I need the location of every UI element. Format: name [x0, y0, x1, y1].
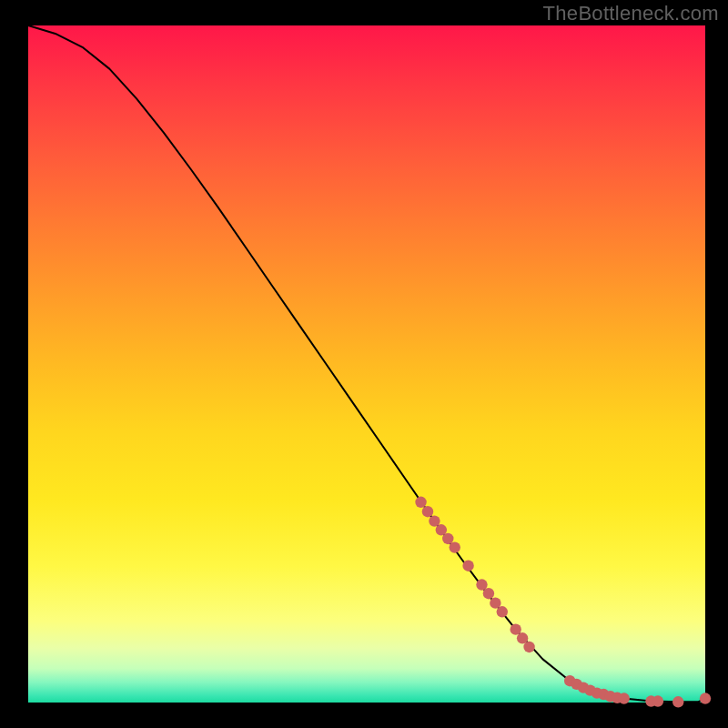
marker-dot: [652, 695, 663, 706]
marker-dot: [450, 541, 460, 552]
marker-dot: [523, 642, 534, 652]
marker-dot: [462, 561, 473, 571]
marker-dot: [422, 506, 433, 517]
chart-overlay: [28, 25, 705, 703]
plot-area: [28, 25, 705, 703]
marker-dot: [700, 693, 711, 703]
marker-dot: [619, 693, 630, 703]
marker-dot: [672, 696, 683, 707]
curve-line: [28, 25, 705, 702]
marker-dot: [415, 497, 426, 508]
watermark-text: TheBottleneck.com: [543, 2, 719, 25]
chart-frame: TheBottleneck.com: [0, 0, 728, 728]
marker-dot: [497, 606, 508, 617]
marker-dot: [483, 588, 494, 599]
